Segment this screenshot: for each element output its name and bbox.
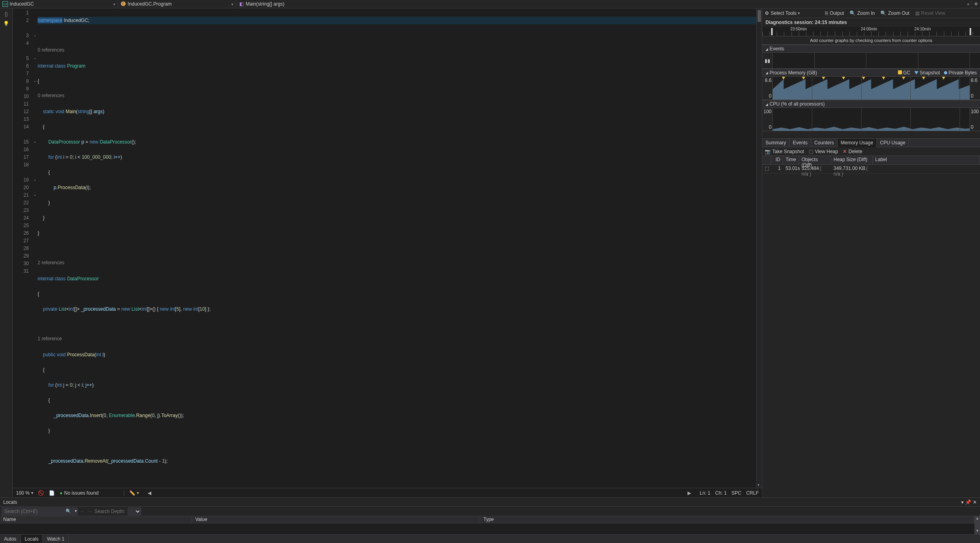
fold-gutter[interactable]: ⌄⌄⌄⌄⌄⌄	[32, 8, 38, 488]
snapshot-table-header: ID Time Objects (Diff) Heap Size (Diff) …	[762, 156, 980, 165]
search-next-icon[interactable]: →	[87, 509, 92, 514]
zoom-out-icon: 🔍	[880, 10, 886, 16]
split-editor-button[interactable]: ✛	[972, 0, 980, 8]
chevron-down-icon: ▾	[113, 2, 115, 6]
tab-events[interactable]: Events	[790, 139, 811, 147]
class-icon: 🅒	[120, 1, 126, 7]
heap-icon: ⬚	[809, 149, 813, 154]
tab-summary[interactable]: Summary	[762, 139, 790, 147]
delete-snapshot-button[interactable]: ✕Delete	[843, 149, 862, 154]
search-dropdown-icon[interactable]: ▾	[75, 509, 77, 513]
quick-actions-icon[interactable]: ✏️▾	[129, 490, 139, 496]
tab-locals[interactable]: Locals	[21, 535, 43, 543]
search-prev-icon[interactable]: ←	[80, 509, 85, 514]
bracket-colorize-icon[interactable]: {}	[2, 10, 10, 18]
tab-watch1[interactable]: Watch 1	[43, 535, 69, 543]
nav-method-dropdown[interactable]: ◧ Main(string[] args) ▾	[236, 0, 972, 8]
snapshot-row-icon: ⬚	[762, 165, 771, 173]
search-icon[interactable]: 🔍	[66, 509, 71, 514]
tab-memory-usage[interactable]: Memory Usage	[838, 139, 877, 147]
snapshot-legend-icon	[914, 71, 918, 74]
chevron-down-icon: ▾	[967, 2, 969, 6]
private-bytes-legend-icon	[944, 71, 947, 74]
locals-vertical-scrollbar[interactable]: ▴▾	[974, 516, 980, 534]
pin-icon[interactable]: 📌	[965, 499, 971, 505]
delete-icon: ✕	[843, 149, 847, 154]
file-icon[interactable]: 📄	[49, 490, 55, 496]
cpu-section-header[interactable]: CPU (% of all processors)	[762, 100, 980, 108]
view-heap-button[interactable]: ⬚View Heap	[809, 149, 838, 154]
nav-next-icon[interactable]: ▶	[687, 490, 691, 496]
add-counter-hint: Add counter graphs by checking counters …	[762, 36, 980, 45]
locals-panel-title: Locals	[3, 499, 961, 505]
issues-label: No issues found	[64, 490, 98, 496]
search-depth-select[interactable]	[128, 507, 141, 515]
tab-autos[interactable]: Autos	[0, 535, 21, 543]
session-label: Diagnostics session: 24:15 minutes	[762, 18, 980, 27]
take-snapshot-button[interactable]: 📷Take Snapshot	[765, 149, 804, 154]
indent-mode[interactable]: SPC	[731, 490, 742, 496]
search-depth-label: Search Depth:	[94, 509, 125, 514]
tab-cpu-usage[interactable]: CPU Usage	[877, 139, 909, 147]
line-ending[interactable]: CRLF	[746, 490, 759, 496]
events-graph[interactable]	[773, 53, 980, 68]
lightbulb-icon[interactable]: 💡	[2, 20, 10, 28]
chevron-down-icon: ▾	[231, 2, 233, 6]
close-icon[interactable]: ✕	[973, 499, 977, 505]
events-section-header[interactable]: Events	[762, 45, 980, 53]
window-dropdown-icon[interactable]: ▾	[961, 499, 964, 505]
editor-status-bar: 100 %▾ 🚫 📄 ● No issues found | ✏️▾ ◀ ▶ L…	[13, 488, 762, 497]
zoom-level[interactable]: 100 %▾	[16, 490, 33, 496]
pause-icon[interactable]: ▮▮	[765, 58, 770, 64]
csharp-file-icon: C#	[2, 1, 8, 7]
nav-class-dropdown[interactable]: 🅒 InducedGC.Program ▾	[118, 0, 236, 8]
timeline-ruler[interactable]: 23:50min 24:00min 24:10min	[762, 27, 980, 36]
locals-table-header: Name Value Type	[0, 516, 974, 523]
cursor-line[interactable]: Ln: 1	[700, 490, 711, 496]
select-tools-button[interactable]: ⚙Select Tools▾	[765, 10, 800, 16]
zoom-in-icon: 🔍	[850, 10, 856, 16]
cursor-col[interactable]: Ch: 1	[715, 490, 727, 496]
vertical-scrollbar[interactable]: ▴ ▾	[756, 8, 762, 488]
cpu-graph[interactable]	[773, 108, 970, 131]
zoom-in-button[interactable]: 🔍Zoom In	[850, 10, 875, 16]
memory-graph[interactable]	[773, 77, 970, 100]
export-icon: ⎘	[825, 10, 828, 16]
nav-namespace-label: InducedGC	[10, 1, 34, 7]
method-icon: ◧	[238, 1, 244, 7]
reset-view-button[interactable]: ▦Reset View	[915, 10, 945, 16]
nav-method-label: Main(string[] args)	[246, 1, 285, 7]
gear-icon: ⚙	[765, 10, 769, 16]
nav-class-label: InducedGC.Program	[128, 1, 172, 7]
output-button[interactable]: ⎘Output	[825, 10, 844, 16]
reset-icon: ▦	[915, 10, 920, 16]
error-icon[interactable]: 🚫	[38, 490, 44, 496]
nav-namespace-dropdown[interactable]: C# InducedGC ▾	[0, 0, 118, 8]
memory-section-header[interactable]: Process Memory (GB) GC Snapshot Private …	[762, 69, 980, 77]
health-ok-icon: ●	[60, 490, 62, 496]
zoom-out-button[interactable]: 🔍Zoom Out	[880, 10, 909, 16]
snapshot-row[interactable]: ⬚ 1 53.01s 325,484( n/a ) 349,731.00 KB(…	[762, 165, 980, 174]
line-number-gutter: 1234567891011121314151617181920212223242…	[13, 8, 32, 488]
locals-table-body[interactable]	[0, 523, 974, 534]
camera-icon: 📷	[765, 149, 771, 154]
tab-counters[interactable]: Counters	[811, 139, 838, 147]
gc-legend-icon	[898, 70, 902, 74]
nav-prev-icon[interactable]: ◀	[148, 490, 151, 496]
code-editor[interactable]: namespace InducedGC; 0 references intern…	[38, 8, 756, 488]
